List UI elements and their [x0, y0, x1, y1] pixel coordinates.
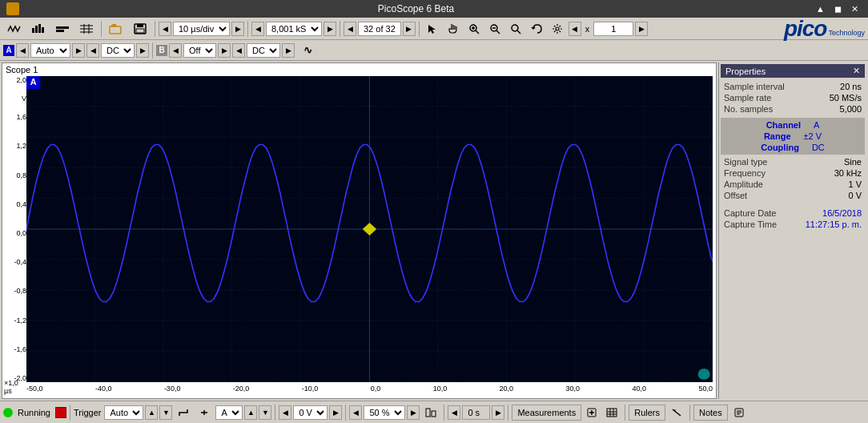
voltage-left-button[interactable]: ◀ [279, 405, 291, 420]
ch-b-range-select[interactable]: Off [183, 43, 216, 58]
ch-b-left-button[interactable]: ◀ [169, 43, 182, 58]
separator7 [70, 405, 70, 421]
timebase-right-button[interactable]: ▶ [231, 22, 244, 36]
range-value: ±2 V [804, 131, 822, 141]
samples-left-button[interactable]: ◀ [251, 22, 264, 36]
amplitude-label: Amplitude [724, 179, 763, 189]
window-title: PicoScope 6 Beta [19, 3, 813, 14]
captures-left-button[interactable]: ◀ [344, 22, 356, 36]
spectrum-mode-button[interactable] [27, 20, 50, 38]
samples-select[interactable]: 8,001 kS [266, 22, 322, 36]
trigger-ch-down[interactable]: ▼ [259, 405, 271, 420]
captures-right-button[interactable]: ▶ [403, 22, 416, 36]
separator13 [689, 405, 690, 421]
save-button[interactable] [129, 20, 151, 38]
stop-button[interactable] [55, 407, 66, 418]
notes-icon-button[interactable] [729, 404, 749, 421]
offset-label: Offset [724, 191, 747, 200]
trigger-down-button[interactable]: ▼ [159, 405, 172, 420]
hand-tool[interactable] [444, 20, 463, 38]
ch-a-coupling-right[interactable]: ▶ [136, 43, 149, 58]
ch-a-coupling-select[interactable]: DC [101, 43, 135, 58]
x-label: -50,0 [26, 385, 43, 393]
timebase-left-button[interactable]: ◀ [159, 22, 171, 36]
zoom-icon-button[interactable] [421, 404, 440, 421]
rulers-button[interactable]: Rulers [629, 405, 665, 421]
frequency-label: Frequency [724, 168, 766, 178]
voltage-select[interactable]: 0 V [293, 405, 328, 420]
trigger-rising-button[interactable] [174, 404, 193, 421]
app-icon [6, 2, 19, 15]
separator5 [419, 21, 420, 37]
separator10 [444, 405, 444, 421]
bar-mode-button[interactable] [51, 20, 74, 38]
zoom-fit-button[interactable] [506, 20, 525, 38]
amplitude-value: 1 V [848, 179, 862, 189]
ch-a-range-select[interactable]: Auto [30, 43, 70, 58]
minimize-button[interactable]: ▲ [813, 4, 828, 14]
x-label: 0,0 [371, 385, 381, 393]
y-label: -1,2 [14, 316, 26, 324]
ch-b-right-button[interactable]: ▶ [218, 43, 231, 58]
svg-line-16 [476, 30, 479, 34]
signal-type-label: Signal type [724, 157, 767, 167]
maximize-button[interactable]: ◼ [831, 4, 845, 14]
pico-logo-sub: Technology [828, 29, 865, 37]
meas-grid-button[interactable] [602, 404, 621, 421]
svg-rect-5 [56, 30, 64, 32]
measurements-button[interactable]: Measurements [512, 405, 581, 421]
voltage-right-button[interactable]: ▶ [329, 405, 342, 420]
trigger-label: Trigger [74, 408, 101, 417]
coupling-label: Coupling [761, 143, 799, 152]
separator3 [247, 21, 248, 37]
trigger-mode-select[interactable]: Auto [104, 405, 143, 420]
trigger-type-button[interactable] [195, 404, 214, 421]
x-label: 30,0 [566, 385, 581, 393]
window-controls[interactable]: ▲ ◼ ✕ [813, 4, 862, 14]
math-button[interactable]: ∿ [299, 42, 316, 59]
coupling-row: Coupling DC [721, 142, 865, 153]
trigger-ch-up[interactable]: ▲ [244, 405, 257, 420]
ch-a-coupling-left[interactable]: ◀ [86, 43, 99, 58]
zoom2-select[interactable]: 50 % [364, 405, 405, 420]
range-label: Range [764, 131, 791, 141]
scope-canvas[interactable]: A [26, 76, 713, 382]
x-label: -40,0 [95, 385, 112, 393]
table-mode-button[interactable] [75, 20, 98, 38]
zoom2-left-button[interactable]: ◀ [349, 405, 362, 420]
zoom-out-button[interactable] [485, 20, 504, 38]
time-right-button[interactable]: ▶ [492, 405, 504, 420]
ch-b-coupling-left[interactable]: ◀ [232, 43, 245, 58]
rulers-icon-button[interactable] [667, 404, 686, 421]
undo-button[interactable] [527, 20, 546, 38]
open-button[interactable] [105, 20, 127, 38]
offset-value: 0 V [848, 191, 862, 200]
sample-interval-row: Sample interval 20 ns [721, 81, 865, 92]
ch-a-left-button[interactable]: ◀ [16, 43, 29, 58]
notes-button[interactable]: Notes [693, 405, 728, 421]
close-button[interactable]: ✕ [848, 4, 862, 14]
trigger-up-button[interactable]: ▲ [145, 405, 158, 420]
timebase-select[interactable]: 10 µs/div [173, 22, 230, 36]
svg-rect-0 [32, 28, 34, 33]
add-measurement-button[interactable] [583, 404, 601, 421]
ch-b-coupling-right[interactable]: ▶ [282, 43, 295, 58]
ch-a-right-button[interactable]: ▶ [72, 43, 85, 58]
properties-close-button[interactable]: ✕ [853, 66, 860, 76]
zoom-input[interactable]: x 1 [593, 22, 633, 36]
sample-rate-value: 50 MS/s [830, 93, 862, 103]
zoom-right-button[interactable]: ▶ [635, 22, 648, 36]
zoom-label: x [583, 24, 593, 34]
ch-b-coupling-select[interactable]: DC [247, 43, 280, 58]
zoom2-right-button[interactable]: ▶ [407, 405, 420, 420]
zoom-left-button[interactable]: ◀ [569, 22, 581, 36]
pointer-tool[interactable] [423, 20, 442, 38]
settings-button[interactable] [548, 20, 567, 38]
samples-right-button[interactable]: ▶ [323, 22, 336, 36]
time-left-button[interactable]: ◀ [448, 405, 460, 420]
scope-mode-button[interactable] [3, 20, 26, 38]
zoom-in-button[interactable] [464, 20, 484, 38]
svg-rect-1 [35, 26, 38, 33]
trigger-ch-select[interactable]: A [215, 405, 243, 420]
svg-rect-38 [426, 409, 430, 417]
